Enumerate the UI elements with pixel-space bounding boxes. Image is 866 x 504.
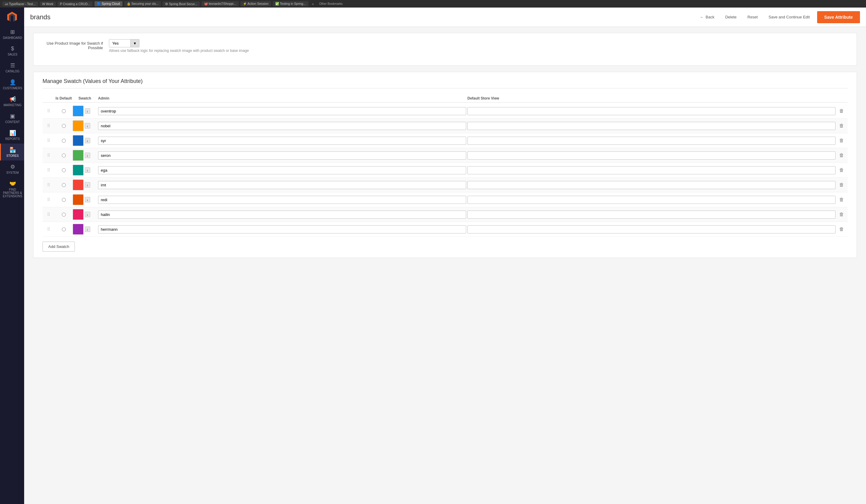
admin-cell (97, 152, 466, 159)
swatch-image[interactable] (73, 150, 84, 161)
is-default-radio[interactable] (62, 213, 66, 216)
swatch-down-button[interactable]: ↓ (85, 108, 90, 114)
store-view-input[interactable] (467, 211, 835, 219)
sidebar-item-customers[interactable]: 👤 CUSTOMERS (0, 76, 24, 93)
admin-cell (97, 181, 466, 189)
swatch-image[interactable] (73, 224, 84, 235)
browser-tab-action[interactable]: ⚡ Action Session (241, 1, 271, 6)
delete-row-button[interactable]: 🗑 (838, 225, 845, 233)
swatch-image[interactable] (73, 165, 84, 176)
admin-input[interactable] (98, 181, 466, 189)
delete-row-button[interactable]: 🗑 (838, 211, 845, 219)
drag-handle[interactable]: ⠿ (43, 109, 55, 113)
sidebar-item-reports[interactable]: 📊 REPORTS (0, 127, 24, 144)
is-default-radio[interactable] (62, 227, 66, 231)
store-view-input[interactable] (467, 122, 835, 130)
is-default-radio[interactable] (62, 139, 66, 143)
browser-tab-testing[interactable]: ✅ Testing in Spring... (273, 1, 308, 6)
is-default-cell (55, 183, 73, 187)
sidebar-item-sales[interactable]: $ SALES (0, 43, 24, 59)
sidebar-item-system[interactable]: ⚙ SYSTEM (0, 160, 24, 177)
drag-handle[interactable]: ⠿ (43, 182, 55, 187)
drag-handle[interactable]: ⠿ (43, 168, 55, 172)
swatch-down-button[interactable]: ↓ (85, 226, 90, 232)
swatch-down-button[interactable]: ↓ (85, 212, 90, 217)
browser-tab-crud[interactable]: P Creating a CRUD... (58, 1, 93, 6)
save-attribute-button[interactable]: Save Attribute (817, 11, 860, 23)
store-view-input[interactable] (467, 166, 835, 174)
is-default-radio[interactable] (62, 198, 66, 202)
browser-tab-springcloud[interactable]: 🔵 Spring Cloud (95, 1, 122, 6)
delete-button[interactable]: Delete (721, 12, 740, 22)
admin-input[interactable] (98, 137, 466, 145)
reset-button[interactable]: Reset (744, 12, 761, 22)
sidebar-item-partners[interactable]: 🤝 FIND PARTNERS & EXTENSIONS (0, 177, 24, 201)
catalog-icon: ☰ (10, 62, 15, 69)
drag-handle[interactable]: ⠿ (43, 227, 55, 232)
sidebar-item-content[interactable]: ▣ CONTENT (0, 110, 24, 127)
delete-row-button[interactable]: 🗑 (838, 152, 845, 159)
system-icon: ⚙ (10, 164, 15, 170)
select-arrow-button[interactable]: ▼ (130, 40, 139, 47)
add-swatch-button[interactable]: Add Swatch (43, 242, 75, 251)
swatch-image[interactable] (73, 105, 84, 116)
swatch-down-button[interactable]: ↓ (85, 197, 90, 202)
delete-row-button[interactable]: 🗑 (838, 137, 845, 145)
admin-input[interactable] (98, 225, 466, 234)
swatch-down-button[interactable]: ↓ (85, 123, 90, 128)
back-button[interactable]: ← Back (697, 12, 718, 22)
store-view-input[interactable] (467, 181, 835, 189)
drag-handle[interactable]: ⠿ (43, 138, 55, 143)
store-view-input[interactable] (467, 107, 835, 115)
swatch-image[interactable] (73, 179, 84, 190)
delete-row-button[interactable]: 🗑 (838, 107, 845, 115)
browser-tab-springboot[interactable]: ⚙ Spring Boot Secur... (163, 1, 199, 6)
admin-input[interactable] (98, 196, 466, 204)
swatch-down-button[interactable]: ↓ (85, 167, 90, 173)
sidebar-item-system-label: SYSTEM (6, 171, 19, 174)
sidebar-item-stores[interactable]: 🏪 STORES (0, 144, 24, 160)
browser-tab-github[interactable]: 🐙 leonardo7/Shoppi... (202, 1, 239, 6)
store-view-input[interactable] (467, 152, 835, 159)
is-default-radio[interactable] (62, 109, 66, 113)
delete-row-button[interactable]: 🗑 (838, 166, 845, 174)
delete-row-button[interactable]: 🗑 (838, 122, 845, 130)
use-product-image-select[interactable]: Yes ▼ (109, 39, 140, 47)
drag-handle[interactable]: ⠿ (43, 123, 55, 128)
sidebar-item-sales-label: SALES (8, 53, 17, 56)
swatch-down-button[interactable]: ↓ (85, 153, 90, 158)
drag-handle[interactable]: ⠿ (43, 153, 55, 158)
store-view-input[interactable] (467, 225, 835, 234)
swatch-image[interactable] (73, 120, 84, 131)
is-default-radio[interactable] (62, 124, 66, 128)
browser-tab-typeracer[interactable]: 🏎 TypeRacer - Test... (2, 1, 38, 6)
page-header: brands ← Back Delete Reset Save and Cont… (24, 8, 866, 27)
swatch-image[interactable] (73, 135, 84, 146)
sidebar-item-marketing[interactable]: 📢 MARKETING (0, 93, 24, 110)
browser-tab-securing[interactable]: 🔒 Securing your clo... (124, 1, 161, 6)
browser-more-tabs[interactable]: » (310, 1, 315, 6)
is-default-radio[interactable] (62, 168, 66, 172)
delete-row-button[interactable]: 🗑 (838, 181, 845, 189)
browser-bookmarks[interactable]: Other Bookmarks (318, 1, 345, 6)
swatch-down-button[interactable]: ↓ (85, 182, 90, 188)
admin-input[interactable] (98, 107, 466, 115)
admin-input[interactable] (98, 211, 466, 219)
store-view-input[interactable] (467, 196, 835, 204)
admin-input[interactable] (98, 166, 466, 174)
is-default-radio[interactable] (62, 183, 66, 187)
save-continue-button[interactable]: Save and Continue Edit (765, 12, 813, 22)
is-default-radio[interactable] (62, 154, 66, 157)
sidebar-item-dashboard[interactable]: ⊞ DASHBOARD (0, 26, 24, 43)
swatch-image[interactable] (73, 194, 84, 205)
swatch-image[interactable] (73, 209, 84, 220)
drag-handle[interactable]: ⠿ (43, 197, 55, 202)
store-view-input[interactable] (467, 137, 835, 145)
drag-handle[interactable]: ⠿ (43, 212, 55, 217)
browser-tab-work[interactable]: W Work (40, 1, 56, 6)
delete-row-button[interactable]: 🗑 (838, 196, 845, 204)
admin-input[interactable] (98, 122, 466, 130)
admin-input[interactable] (98, 152, 466, 159)
swatch-down-button[interactable]: ↓ (85, 138, 90, 143)
sidebar-item-catalog[interactable]: ☰ CATALOG (0, 59, 24, 76)
